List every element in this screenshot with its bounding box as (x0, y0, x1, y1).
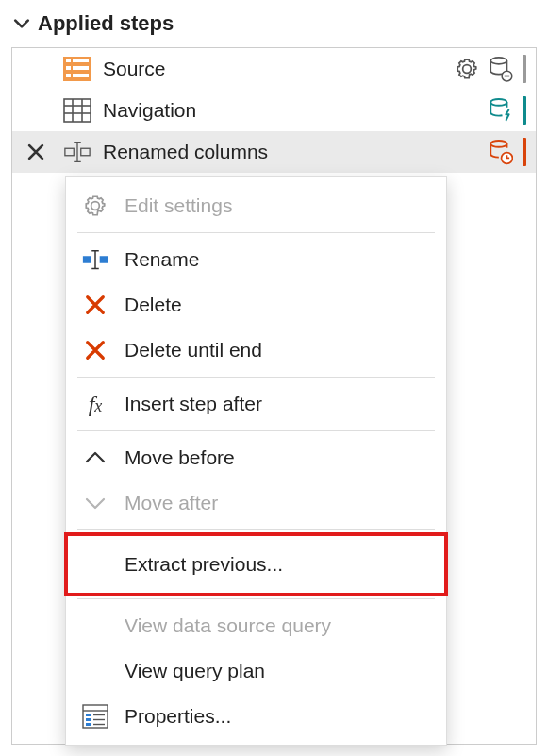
svg-rect-23 (100, 256, 108, 263)
menu-label: Properties... (125, 705, 231, 728)
svg-rect-27 (86, 714, 91, 716)
step-marker (523, 96, 526, 125)
menu-label: Edit settings (125, 194, 232, 217)
applied-steps-header[interactable]: Applied steps (11, 8, 537, 47)
menu-move-before[interactable]: Move before (66, 435, 446, 480)
chevron-down-icon (13, 15, 30, 32)
database-minus-icon[interactable] (489, 56, 513, 82)
menu-label: Extract previous... (125, 553, 283, 576)
blank-icon (81, 550, 109, 579)
menu-properties[interactable]: Properties... (66, 694, 446, 739)
menu-label: Move after (125, 492, 218, 514)
menu-label: Delete until end (125, 339, 262, 361)
svg-rect-3 (73, 59, 89, 62)
svg-rect-18 (81, 148, 90, 156)
svg-rect-22 (83, 256, 91, 263)
rename-columns-icon (63, 138, 91, 166)
menu-label: Insert step after (125, 393, 262, 415)
svg-rect-28 (86, 718, 91, 721)
table-icon (63, 96, 91, 125)
menu-move-after: Move after (66, 480, 446, 526)
chevron-down-icon (81, 489, 109, 517)
menu-edit-settings: Edit settings (66, 183, 446, 228)
step-label: Renamed columns (103, 141, 268, 163)
database-clock-icon[interactable] (489, 139, 513, 165)
x-red-icon (81, 336, 109, 364)
svg-rect-7 (73, 74, 89, 77)
menu-view-query-plan[interactable]: View query plan (66, 648, 446, 694)
menu-separator (77, 598, 435, 599)
svg-rect-17 (65, 148, 74, 156)
svg-point-20 (490, 141, 506, 147)
source-table-icon (63, 55, 91, 83)
database-bolt-icon[interactable] (489, 97, 513, 124)
svg-rect-11 (64, 99, 91, 122)
svg-rect-5 (73, 66, 89, 70)
fx-icon: fx (81, 390, 109, 418)
menu-extract-previous[interactable]: Extract previous... (66, 534, 446, 595)
step-context-menu: Edit settings Rename Delete (65, 176, 447, 746)
step-label: Navigation (103, 99, 196, 122)
applied-steps-list: Source Navigation (11, 47, 537, 745)
x-red-icon (81, 291, 109, 319)
menu-rename[interactable]: Rename (66, 237, 446, 282)
svg-rect-2 (66, 59, 71, 62)
menu-insert-step-after[interactable]: fx Insert step after (66, 381, 446, 427)
panel-title: Applied steps (38, 11, 174, 36)
blank-icon (81, 657, 109, 685)
gear-icon (81, 192, 109, 220)
menu-label: View query plan (125, 660, 265, 682)
menu-delete-until-end[interactable]: Delete until end (66, 328, 446, 373)
svg-rect-6 (66, 74, 71, 77)
delete-step-slot (24, 98, 48, 123)
step-row-renamed-columns[interactable]: Renamed columns (12, 131, 536, 173)
menu-separator (77, 529, 435, 530)
step-marker (523, 55, 526, 83)
svg-rect-29 (86, 723, 91, 726)
menu-label: Rename (125, 248, 199, 271)
rename-icon (81, 245, 109, 274)
step-label: Source (103, 58, 166, 80)
delete-step-icon[interactable] (24, 140, 48, 164)
menu-separator (77, 377, 435, 378)
step-marker (523, 138, 526, 166)
menu-view-data-source-query: View data source query (66, 603, 446, 648)
svg-point-16 (490, 99, 506, 106)
menu-label: View data source query (125, 614, 331, 637)
menu-separator (77, 430, 435, 431)
step-row-source[interactable]: Source (12, 48, 536, 90)
chevron-up-icon (81, 444, 109, 472)
step-row-navigation[interactable]: Navigation (12, 90, 536, 131)
delete-step-slot (24, 57, 48, 81)
blank-icon (81, 612, 109, 640)
svg-point-8 (490, 58, 506, 64)
gear-icon[interactable] (455, 57, 479, 81)
menu-label: Move before (125, 446, 235, 469)
menu-separator (77, 232, 435, 233)
menu-delete[interactable]: Delete (66, 282, 446, 328)
svg-rect-4 (66, 66, 71, 70)
menu-label: Delete (125, 294, 182, 316)
properties-icon (81, 702, 109, 731)
